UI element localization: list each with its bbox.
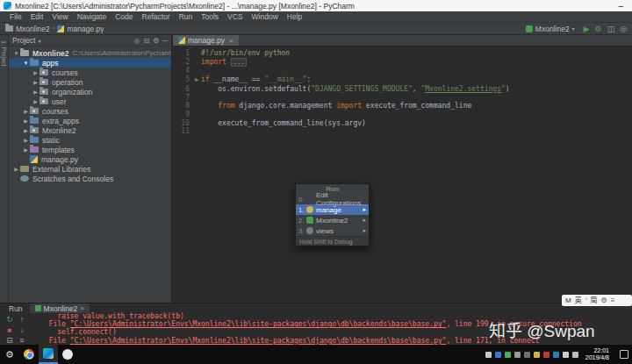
breadcrumb-item[interactable]: Mxonline2 — [5, 25, 50, 33]
menu-item-edit[interactable]: Edit — [26, 11, 48, 23]
minimize-button[interactable]: – — [613, 1, 628, 11]
tree-item-mxonline2[interactable]: ▼Mxonline2C:\Users\Administrator\Pycharm… — [9, 48, 171, 58]
stacktrace-file-link[interactable]: "C:\Users\Administrator\Envs\Mxonline2\l… — [70, 320, 447, 328]
search-everywhere-button[interactable]: ◎ — [620, 24, 627, 34]
tree-chevron-down-icon[interactable]: ▼ — [12, 51, 20, 56]
cube-icon[interactable] — [524, 352, 530, 358]
gear-icon[interactable] — [514, 352, 521, 358]
tree-chevron-right-icon[interactable]: ▶ — [32, 79, 40, 85]
run-button[interactable]: ▶ — [584, 24, 590, 34]
coverage-button[interactable]: ◫ — [607, 24, 615, 34]
tree-chevron-right-icon[interactable]: ▶ — [12, 166, 20, 172]
chat-blue-icon[interactable] — [495, 352, 501, 358]
code-line[interactable]: 4 — [173, 67, 632, 75]
collapse-all-icon[interactable]: ⊟ — [143, 37, 149, 45]
gear-icon[interactable]: ⚙ — [600, 295, 607, 306]
run-arrow-icon[interactable]: ▶ — [195, 76, 198, 83]
close-icon[interactable]: × — [80, 304, 84, 312]
gear-icon[interactable]: ⚙ — [153, 37, 159, 45]
locate-file-icon[interactable]: ◎ — [133, 37, 140, 45]
stop-button[interactable]: ■ — [4, 325, 16, 336]
flag-blue-icon[interactable] — [553, 352, 559, 358]
tree-chevron-right-icon[interactable]: ▶ — [22, 146, 30, 153]
tree-item-user[interactable]: ▶user — [9, 96, 171, 106]
tree-chevron-right-icon[interactable]: ▶ — [32, 98, 40, 104]
tree-chevron-right-icon[interactable]: ▶ — [22, 118, 30, 124]
menu-item-view[interactable]: View — [47, 11, 72, 23]
code-line[interactable]: 6 os.environ.setdefault("DJANGO_SETTINGS… — [173, 85, 632, 94]
tree-item-mxonline2[interactable]: ▶Mxonline2 — [9, 125, 171, 135]
tree-item-external-libraries[interactable]: ▶External Libraries — [9, 164, 171, 174]
code-line[interactable]: 9 — [173, 111, 632, 119]
menu-item-window[interactable]: Window — [248, 11, 283, 23]
tree-chevron-down-icon[interactable]: ▼ — [22, 61, 30, 66]
tree-chevron-right-icon[interactable]: ▶ — [22, 137, 30, 143]
tree-item-operation[interactable]: ▶operation — [9, 77, 171, 87]
folded-region[interactable]: ... — [231, 58, 248, 67]
ime-item[interactable]: ’ — [585, 295, 587, 306]
badge-red-icon[interactable] — [543, 352, 549, 358]
code-line[interactable]: 2import ... — [173, 58, 632, 68]
tree-chevron-right-icon[interactable]: ▶ — [32, 69, 40, 75]
run-config-selector[interactable]: Mxonline2 ▾ — [522, 24, 578, 34]
menu-item-tools[interactable]: Tools — [197, 11, 223, 23]
ime-item[interactable]: 英 — [575, 295, 582, 306]
down-stacktrace-button[interactable]: ↓ — [16, 325, 28, 336]
code-line[interactable]: 1#!/usr/bin/env python — [173, 49, 632, 58]
menu-item-file[interactable]: File — [5, 11, 26, 23]
editor-tab-manage-py[interactable]: manage.py × — [173, 35, 239, 46]
tree-item-organization[interactable]: ▶organization — [9, 87, 171, 96]
menu-icon[interactable]: ≡ — [611, 295, 615, 306]
taskbar-pycharm[interactable] — [39, 345, 58, 364]
menu-item-refactor[interactable]: Refactor — [138, 11, 175, 23]
ime-item[interactable]: M — [565, 295, 571, 306]
taskbar-chrome[interactable] — [19, 345, 39, 364]
menu-item-code[interactable]: Code — [111, 11, 137, 23]
menu-item-run[interactable]: Run — [175, 11, 198, 23]
ime-item[interactable]: 简 — [590, 295, 597, 306]
breadcrumb-item[interactable]: manage.py — [57, 25, 104, 33]
tree-item-courses[interactable]: ▶courses — [9, 106, 171, 116]
hide-panel-icon[interactable]: ─ — [162, 37, 168, 45]
tree-item-courses[interactable]: ▶courses — [9, 68, 171, 77]
rerun-button[interactable]: ↻ — [4, 315, 16, 325]
menu-item-help[interactable]: Help — [283, 11, 306, 23]
taskbar-clock[interactable]: 22:01 2019/4/8 — [582, 347, 613, 361]
tree-item-templates[interactable]: ▶templates — [9, 145, 171, 154]
ime-language-bar[interactable]: M英’简 ⚙ ≡ — [562, 295, 632, 306]
tree-item-extra-apps[interactable]: ▶extra_apps — [9, 116, 171, 125]
tree-chevron-right-icon[interactable]: ▶ — [22, 108, 30, 114]
tree-chevron-right-icon[interactable]: ▶ — [32, 89, 40, 95]
start-button[interactable]: ⚙ — [0, 345, 19, 364]
chevron-down-icon[interactable]: ▾ — [38, 38, 40, 44]
volume-icon[interactable] — [572, 352, 578, 358]
run-line-icon[interactable]: ▶ — [192, 75, 201, 85]
code-line[interactable]: 7 — [173, 94, 632, 103]
notification-center-icon[interactable] — [620, 350, 628, 359]
debug-button[interactable]: ⚙ — [595, 24, 602, 34]
code-line[interactable]: 10 execute_from_command_line(sys.argv) — [173, 119, 632, 128]
code-area[interactable]: 1#!/usr/bin/env python2import ...45▶if _… — [173, 46, 632, 136]
menu-item-navigate[interactable]: Navigate — [73, 11, 111, 23]
monitor-icon[interactable] — [563, 352, 569, 358]
run-popup-item-views[interactable]: 3.views▸ — [296, 225, 369, 236]
stacktrace-file-link[interactable]: "C:\Users\Administrator\Envs\Mxonline2\l… — [70, 337, 447, 345]
project-tool-button[interactable]: 1: Project — [1, 40, 7, 67]
tree-item-manage-py[interactable]: manage.py — [9, 154, 171, 164]
code-line[interactable]: 5▶if __name__ == "__main__": — [173, 75, 632, 85]
up-stacktrace-button[interactable]: ↑ — [16, 315, 28, 325]
tree-chevron-right-icon[interactable]: ▶ — [22, 127, 30, 133]
taskbar-app[interactable] — [58, 345, 77, 364]
doc-icon[interactable] — [485, 352, 492, 358]
shield-green-icon[interactable] — [505, 352, 511, 358]
tree-item-static[interactable]: ▶static — [9, 135, 171, 145]
run-popup-item-mxonline2[interactable]: 2.Mxonline2▸ — [296, 215, 369, 225]
run-popup-item-edit-configurations-[interactable]: 0.Edit Configurations... — [296, 194, 369, 204]
alert-yellow-icon[interactable] — [534, 352, 540, 358]
tree-item-apps[interactable]: ▼apps — [9, 58, 171, 68]
menu-item-vcs[interactable]: VCS — [223, 11, 247, 23]
tree-item-scratches-and-consoles[interactable]: Scratches and Consoles — [9, 174, 171, 183]
code-line[interactable]: 11 — [173, 127, 632, 136]
close-icon[interactable]: × — [229, 37, 233, 45]
code-line[interactable]: 8 from django.core.management import exe… — [173, 102, 632, 111]
